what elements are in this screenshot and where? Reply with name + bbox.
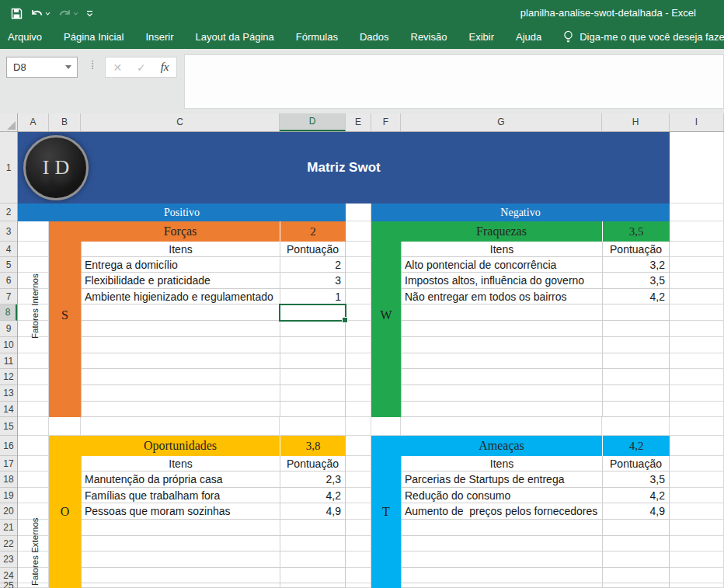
cell-score[interactable] [603, 353, 669, 368]
cell-item[interactable] [402, 353, 603, 368]
cancel-icon[interactable]: ✕ [113, 61, 122, 74]
row-header-15[interactable]: 15 [0, 417, 17, 436]
cell-score[interactable] [280, 402, 345, 416]
cell-score[interactable] [280, 369, 345, 384]
row-header-25[interactable]: 25 [0, 583, 17, 588]
customize-quick-access-button[interactable] [86, 10, 93, 17]
row-header-7[interactable]: 7 [0, 289, 17, 304]
cell-item[interactable]: Impostos altos, influência do governo [402, 273, 603, 288]
cell-item[interactable] [402, 321, 603, 336]
row-header-19[interactable]: 19 [0, 488, 17, 503]
column-header-I[interactable]: I [670, 113, 724, 131]
row-header-2[interactable]: 2 [0, 204, 17, 221]
cell-item[interactable] [402, 385, 603, 401]
cell-item[interactable] [82, 551, 280, 567]
tab-ajuda[interactable]: Ajuda [505, 25, 552, 49]
tell-me-box[interactable]: Diga-me o que você deseja fazer [563, 30, 724, 43]
cell-score[interactable] [603, 369, 669, 384]
row-header-13[interactable]: 13 [0, 385, 17, 402]
cell-item[interactable]: Pessoas que moram sozinhas [82, 503, 280, 519]
tab-página-inicial[interactable]: Página Inicial [53, 25, 134, 49]
row-header-5[interactable]: 5 [0, 257, 17, 273]
row-header-17[interactable]: 17 [0, 456, 17, 471]
redo-button[interactable] [58, 8, 78, 19]
formula-bar-input[interactable] [184, 54, 724, 109]
row-header-23[interactable]: 23 [0, 551, 17, 568]
row-header-4[interactable]: 4 [0, 242, 17, 257]
column-header-G[interactable]: G [401, 113, 602, 131]
cell-score[interactable]: 3 [280, 273, 345, 288]
fill-handle[interactable] [342, 317, 348, 323]
tab-layout-da-página[interactable]: Layout da Página [185, 25, 285, 49]
row-header-9[interactable]: 9 [0, 321, 17, 337]
row-header-8[interactable]: 8 [0, 304, 17, 321]
tab-exibir[interactable]: Exibir [458, 25, 505, 49]
cell-score[interactable] [603, 385, 669, 401]
cell-score[interactable]: 4,9 [280, 503, 345, 519]
tab-revisão[interactable]: Revisão [400, 25, 458, 49]
worksheet[interactable]: Matriz Swot ID Positivo Negativo Forças … [18, 132, 724, 588]
cell-score[interactable]: 3,5 [603, 273, 669, 288]
enter-icon[interactable]: ✓ [137, 61, 146, 74]
cell-score[interactable] [280, 551, 345, 567]
cell-item[interactable]: Não entregar em todos os bairros [402, 289, 603, 304]
cell-score[interactable] [280, 321, 345, 336]
cell-score[interactable] [603, 402, 669, 416]
cell-score[interactable] [603, 551, 669, 567]
cell-score[interactable] [603, 337, 669, 353]
row-header-22[interactable]: 22 [0, 536, 17, 551]
select-all-button[interactable] [0, 113, 18, 132]
cell-score[interactable] [603, 520, 669, 535]
cell-item[interactable] [402, 402, 603, 416]
cell-score[interactable]: 3,2 [603, 257, 669, 272]
cell-item[interactable]: Famílias que trabalham fora [82, 488, 280, 503]
cell-item[interactable] [402, 583, 603, 587]
cell-item[interactable]: Flexibilidade e praticidade [82, 273, 280, 288]
cell-item[interactable] [82, 304, 280, 320]
cell-score[interactable] [603, 304, 669, 320]
insert-function-icon[interactable]: fx [161, 61, 169, 74]
column-header-C[interactable]: C [81, 113, 280, 131]
row-header-20[interactable]: 20 [0, 503, 17, 520]
cell-score[interactable]: 4,2 [603, 289, 669, 304]
cell-item[interactable] [82, 583, 280, 587]
tab-arquivo[interactable]: Arquivo [8, 25, 53, 49]
tab-fórmulas[interactable]: Fórmulas [285, 25, 349, 49]
cell-score[interactable] [603, 583, 669, 587]
cell-item[interactable]: Entrega a domicílio [82, 257, 280, 272]
row-header-16[interactable]: 16 [0, 436, 17, 456]
row-header-11[interactable]: 11 [0, 353, 17, 369]
row-header-18[interactable]: 18 [0, 471, 17, 488]
cell-score[interactable] [280, 337, 345, 353]
cell-item[interactable] [402, 536, 603, 551]
cell-item[interactable]: Manutenção da própria casa [82, 471, 280, 487]
column-header-A[interactable]: A [18, 113, 49, 131]
cell-item[interactable] [402, 337, 603, 353]
cell-item[interactable] [82, 520, 280, 535]
column-header-E[interactable]: E [346, 113, 371, 131]
name-box-dropdown-icon[interactable] [65, 65, 71, 69]
cell-score[interactable] [280, 353, 345, 368]
cell-item[interactable] [82, 321, 280, 336]
row-header-12[interactable]: 12 [0, 369, 17, 385]
column-header-F[interactable]: F [371, 113, 401, 131]
cell-score[interactable]: 4,2 [603, 488, 669, 503]
cell-score[interactable] [280, 520, 345, 535]
row-header-10[interactable]: 10 [0, 337, 17, 353]
cell-item[interactable]: Ambiente higienizado e regulamentado [82, 289, 280, 304]
cell-score[interactable] [603, 536, 669, 551]
cell-item[interactable] [82, 568, 280, 583]
cell-item[interactable]: Aumento de preços pelos fornecedores [402, 503, 603, 519]
cell-item[interactable] [82, 369, 280, 384]
cell-score[interactable] [280, 385, 345, 401]
row-header-3[interactable]: 3 [0, 221, 17, 242]
tab-inserir[interactable]: Inserir [134, 25, 184, 49]
cell-score[interactable] [280, 568, 345, 583]
column-header-D[interactable]: D [280, 113, 346, 131]
cell-score[interactable]: 4,2 [280, 488, 345, 503]
column-header-B[interactable]: B [49, 113, 81, 131]
row-header-14[interactable]: 14 [0, 402, 17, 417]
selected-cell-d8[interactable] [279, 304, 346, 322]
cell-score[interactable] [603, 568, 669, 583]
cell-item[interactable] [82, 385, 280, 401]
